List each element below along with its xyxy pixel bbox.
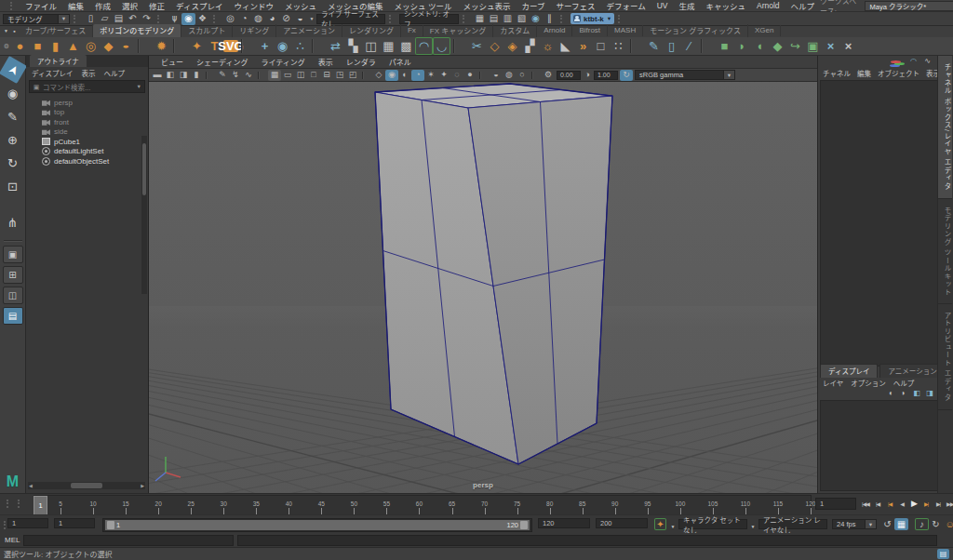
shelf-tab[interactable]: MASH bbox=[608, 25, 643, 36]
outliner-item[interactable]: pCube1 bbox=[26, 137, 148, 147]
layer-menu-item[interactable]: ヘルプ bbox=[893, 378, 915, 388]
outliner-menu-item[interactable]: 表示 bbox=[81, 68, 95, 78]
pencil-curve-icon[interactable]: ∴ bbox=[291, 37, 309, 55]
poly-torus-icon[interactable]: ◎ bbox=[82, 37, 100, 55]
playback-start-field[interactable]: 1 bbox=[54, 518, 95, 528]
super-shape-icon[interactable]: ✦ bbox=[188, 37, 206, 55]
anti-alias-icon[interactable]: ● bbox=[463, 70, 476, 81]
transform-component-icon[interactable]: ◈ bbox=[503, 37, 521, 55]
paint-select-tool[interactable]: ✎ bbox=[3, 106, 23, 127]
reduce-icon[interactable]: ▩ bbox=[397, 37, 415, 55]
chevron-down-icon[interactable]: ▼ bbox=[749, 521, 757, 533]
chevron-down-icon[interactable]: ▼ bbox=[669, 521, 677, 533]
filter-icon[interactable]: ▣ bbox=[33, 83, 40, 90]
menu-item[interactable]: ファイル bbox=[20, 0, 62, 11]
scroll-left-icon[interactable]: ◀ bbox=[29, 483, 33, 488]
snap-view-icon[interactable]: ⊘ bbox=[279, 13, 293, 25]
fill-hole-icon[interactable]: ▦ bbox=[380, 37, 397, 55]
shelf-tab[interactable]: Arnold bbox=[537, 25, 572, 36]
outliner-vertical-scrollbar[interactable] bbox=[141, 136, 147, 294]
menu-item[interactable]: 修正 bbox=[143, 0, 170, 11]
view-cube-icon[interactable]: ▬ bbox=[151, 70, 164, 81]
grease-pencil-icon[interactable]: ↯ bbox=[229, 70, 242, 81]
character-set-field[interactable]: キャラクタ セットなし bbox=[678, 519, 747, 529]
svg-import-icon[interactable]: SVG bbox=[223, 40, 238, 52]
outliner-search[interactable]: ▣ コマンド検索... ▼ bbox=[29, 80, 145, 93]
layer-from-selected-icon[interactable]: ◧ bbox=[911, 388, 922, 400]
menu-item[interactable]: 選択 bbox=[116, 0, 143, 11]
shadows-icon[interactable]: ✶ bbox=[424, 70, 437, 81]
menu-item[interactable]: UV bbox=[651, 1, 674, 10]
animation-start-field[interactable]: 1 bbox=[7, 518, 48, 528]
play-backwards-button[interactable]: ◀ bbox=[896, 497, 907, 510]
cleanup-icon[interactable]: × bbox=[822, 37, 839, 55]
chevron-down-icon[interactable]: ▼ bbox=[58, 15, 69, 23]
colorspace-dropdown[interactable]: sRGB gamma▼ bbox=[635, 70, 735, 80]
append-polygon-icon[interactable]: ◡ bbox=[433, 37, 450, 55]
xray-joints-icon[interactable]: ○ bbox=[516, 70, 529, 81]
outliner-horizontal-scrollbar[interactable]: ◀ ▶ bbox=[28, 482, 145, 489]
chevron-down-icon[interactable]: ▼ bbox=[865, 520, 876, 528]
last-tool-slot[interactable]: ⋔ bbox=[3, 212, 23, 233]
viewport-menu-item[interactable]: ビュー bbox=[154, 57, 190, 67]
poly-plane-icon[interactable]: ◆ bbox=[100, 37, 117, 55]
poly-cylinder-icon[interactable]: ▮ bbox=[47, 37, 64, 55]
pcube-mesh[interactable] bbox=[375, 84, 612, 464]
poly-sphere-icon[interactable]: ● bbox=[11, 37, 29, 55]
crease-tool-icon[interactable]: ✎ bbox=[645, 37, 663, 55]
symmetry-field[interactable]: シンメトリ: オフ bbox=[399, 14, 459, 24]
redo-icon[interactable]: ↷ bbox=[140, 13, 154, 25]
viewport-canvas[interactable] bbox=[149, 82, 817, 495]
workspace-value[interactable]: Maya クラシック* bbox=[865, 1, 953, 11]
ep-curve-icon[interactable]: ◉ bbox=[274, 37, 291, 55]
select-tool[interactable]: ➤ bbox=[0, 56, 27, 84]
cached-playback-icon[interactable]: ▦ bbox=[894, 518, 908, 530]
shelf-tab[interactable]: アニメーション bbox=[276, 24, 342, 37]
resolution-gate-icon[interactable]: ◫ bbox=[294, 70, 307, 81]
auto-keyframe-icon[interactable]: ✦ bbox=[654, 518, 666, 530]
multi-cut-icon[interactable]: ✂ bbox=[468, 37, 486, 55]
boolean-intersect-icon[interactable]: ◖ bbox=[751, 37, 769, 55]
outliner-item[interactable]: top bbox=[26, 108, 148, 118]
delete-history-icon[interactable]: × bbox=[839, 37, 857, 55]
menu-item[interactable]: メッシュ表示 bbox=[457, 0, 516, 11]
combine-icon[interactable]: ▚ bbox=[344, 37, 362, 55]
outliner-menu-item[interactable]: ヘルプ bbox=[103, 68, 125, 78]
range-end-handle[interactable] bbox=[520, 521, 528, 529]
color-management-icon[interactable]: ↻ bbox=[620, 70, 633, 81]
command-result[interactable] bbox=[237, 535, 937, 546]
uv-edit-icon[interactable]: ▯ bbox=[663, 37, 680, 55]
manipulator-axis-icon[interactable] bbox=[891, 60, 901, 63]
poly-cone-icon[interactable]: ▲ bbox=[64, 37, 82, 55]
outliner-item[interactable]: side bbox=[26, 127, 148, 138]
layer-menu-item[interactable]: レイヤ bbox=[823, 378, 843, 388]
menu-item[interactable]: 生成 bbox=[673, 0, 700, 11]
exposure-gear-icon[interactable]: ⚙ bbox=[542, 70, 555, 81]
channel-box-content[interactable] bbox=[820, 80, 939, 367]
channel-box-menu-item[interactable]: チャネル bbox=[823, 68, 851, 78]
speed-state-icon[interactable]: ◠ bbox=[908, 56, 919, 68]
open-scene-icon[interactable]: ▱ bbox=[98, 13, 112, 25]
wireframe-icon[interactable]: ◇ bbox=[372, 70, 385, 81]
grease-frame-icon[interactable]: ∿ bbox=[242, 70, 255, 81]
group-grip[interactable] bbox=[463, 15, 469, 23]
textured-mode-icon[interactable]: ◐ bbox=[398, 70, 411, 81]
snap-grid-icon[interactable]: ◎ bbox=[223, 13, 237, 25]
menu-item[interactable]: ディスプレイ bbox=[170, 0, 228, 11]
range-start-handle[interactable] bbox=[107, 521, 114, 529]
outliner-item[interactable]: defaultLightSet bbox=[26, 147, 148, 157]
menu-item[interactable]: カーブ bbox=[516, 0, 550, 11]
menu-item[interactable]: ヘルプ bbox=[785, 0, 821, 11]
command-language-toggle[interactable]: MEL bbox=[5, 536, 20, 544]
average-vertices-icon[interactable]: ◣ bbox=[557, 37, 574, 55]
construction-plane-icon[interactable]: + bbox=[256, 37, 274, 55]
layout-two-pane[interactable]: ◫ bbox=[3, 287, 23, 304]
outliner-item[interactable]: defaultObjectSet bbox=[26, 156, 148, 167]
viewport-menu-item[interactable]: 表示 bbox=[312, 57, 340, 67]
outliner-menu-item[interactable]: ディスプレイ bbox=[32, 68, 73, 78]
layout-outliner-persp[interactable]: ▤ bbox=[3, 307, 23, 325]
go-to-end-button[interactable]: ▶▶| bbox=[945, 497, 953, 510]
select-hierarchy-icon[interactable]: ⋔ bbox=[168, 13, 181, 25]
new-scene-icon[interactable]: ▯ bbox=[84, 13, 98, 25]
ipr-render-icon[interactable]: ▥ bbox=[501, 13, 515, 25]
